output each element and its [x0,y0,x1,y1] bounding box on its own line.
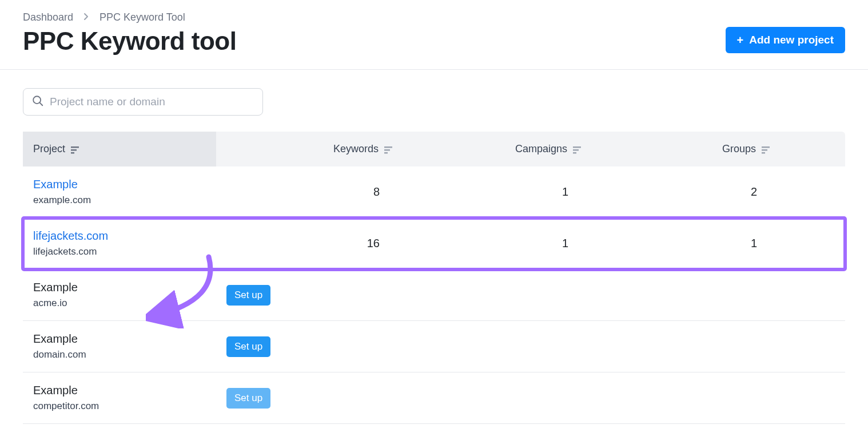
search-box[interactable] [23,88,263,116]
project-domain: competitor.com [33,401,206,412]
setup-cell: Set up [216,273,405,317]
col-header-campaigns[interactable]: Campaigns [405,132,594,166]
setup-cell: Set up [216,376,405,420]
col-header-project-label: Project [33,143,65,155]
project-title: Example [33,281,206,294]
project-cell: Examplecompetitor.com [23,372,216,423]
svg-rect-5 [384,146,392,148]
project-domain: acme.io [33,298,206,309]
setup-button[interactable]: Set up [226,388,270,409]
col-header-campaigns-label: Campaigns [515,143,567,155]
actions-cell [782,181,845,204]
svg-rect-4 [71,152,74,154]
col-header-keywords[interactable]: Keywords [216,132,405,166]
svg-rect-10 [573,152,576,154]
empty-cell [405,387,594,410]
setup-button[interactable]: Set up [226,285,270,306]
campaigns-cell: 1 [405,225,594,261]
keywords-cell: 16 [216,225,405,261]
project-domain: lifejackets.com [33,246,206,257]
project-title: Example [33,384,206,397]
empty-cell [594,335,782,358]
project-domain: example.com [33,195,206,206]
add-new-project-label: Add new project [749,34,834,46]
svg-rect-8 [573,146,581,148]
empty-cell [405,284,594,307]
empty-cell [782,284,845,307]
breadcrumb: Dashboard PPC Keyword Tool [23,11,236,23]
project-cell: Exampleacme.io [23,269,216,320]
project-cell: Exampledomain.com [23,321,216,372]
col-header-actions [782,132,845,166]
project-title[interactable]: lifejackets.com [33,229,206,243]
col-header-groups-label: Groups [722,143,756,155]
table-header: Project Keywords Campaigns Groups [23,132,845,166]
projects-table: Project Keywords Campaigns Groups Exampl… [23,132,845,424]
add-new-project-button[interactable]: + Add new project [726,27,845,53]
svg-rect-7 [384,152,388,154]
page-header: Dashboard PPC Keyword Tool PPC Keyword t… [0,0,868,70]
search-icon [31,94,44,109]
keywords-cell: 8 [216,174,405,210]
content-area: Project Keywords Campaigns Groups Exampl… [0,70,868,424]
empty-cell [594,387,782,410]
empty-cell [405,335,594,358]
svg-line-1 [40,103,43,106]
table-body: Exampleexample.com812lifejackets.comlife… [23,166,845,424]
svg-rect-13 [762,152,765,154]
project-domain: domain.com [33,349,206,360]
sort-icon [762,145,772,153]
table-row: lifejackets.comlifejackets.com1611 [23,218,845,269]
campaigns-cell: 1 [405,174,594,210]
table-row: Exampleacme.ioSet up [23,269,845,321]
svg-rect-12 [762,149,767,151]
col-header-keywords-label: Keywords [333,143,379,155]
sort-icon [573,145,583,153]
empty-cell [782,335,845,358]
project-cell: lifejackets.comlifejackets.com [23,218,216,269]
plus-icon: + [737,34,744,46]
project-title: Example [33,332,206,346]
svg-rect-2 [71,146,79,148]
groups-cell: 2 [594,174,782,210]
table-row: Exampledomain.comSet up [23,321,845,372]
empty-cell [782,387,845,410]
header-left: Dashboard PPC Keyword Tool PPC Keyword t… [23,11,236,55]
col-header-project[interactable]: Project [23,132,216,166]
chevron-right-icon [83,11,89,23]
empty-cell [594,284,782,307]
svg-rect-3 [71,149,77,151]
project-cell: Exampleexample.com [23,166,216,217]
svg-rect-11 [762,146,770,148]
table-row: Examplecompetitor.comSet up [23,372,845,424]
search-input[interactable] [50,96,254,108]
sort-icon [384,145,395,153]
svg-rect-6 [384,149,390,151]
setup-button[interactable]: Set up [226,336,270,357]
table-row: Exampleexample.com812 [23,166,845,218]
project-title[interactable]: Example [33,178,206,191]
col-header-groups[interactable]: Groups [594,132,782,166]
breadcrumb-current: PPC Keyword Tool [99,11,185,23]
page-title: PPC Keyword tool [23,27,236,55]
svg-rect-9 [573,149,579,151]
sort-icon [71,145,81,153]
breadcrumb-dashboard-link[interactable]: Dashboard [23,11,73,23]
groups-cell: 1 [594,225,782,261]
actions-cell [782,232,845,255]
setup-cell: Set up [216,325,405,368]
